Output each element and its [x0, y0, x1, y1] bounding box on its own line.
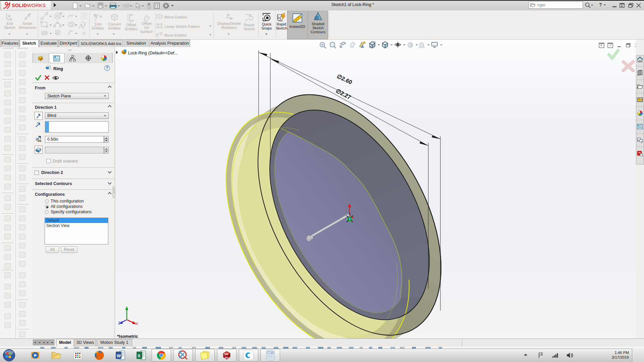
- svg-text:SOLIDWORKS: SOLIDWORKS: [12, 3, 46, 8]
- svg-text:X: X: [138, 353, 141, 358]
- svg-text:A: A: [361, 45, 364, 49]
- svg-text:D1: D1: [38, 139, 42, 142]
- svg-text:A: A: [78, 21, 84, 30]
- svg-text:*Isometric: *Isometric: [117, 334, 138, 338]
- svg-text:Lock-Ring (Default<<Def...: Lock-Ring (Default<<Def...: [128, 51, 178, 55]
- svg-text:X: X: [136, 322, 138, 326]
- svg-text:Z: Z: [118, 321, 120, 325]
- svg-text:0: 0: [271, 352, 273, 354]
- svg-text:SW: SW: [224, 353, 228, 356]
- svg-text:2017: 2017: [225, 357, 230, 359]
- svg-text:W: W: [117, 353, 121, 358]
